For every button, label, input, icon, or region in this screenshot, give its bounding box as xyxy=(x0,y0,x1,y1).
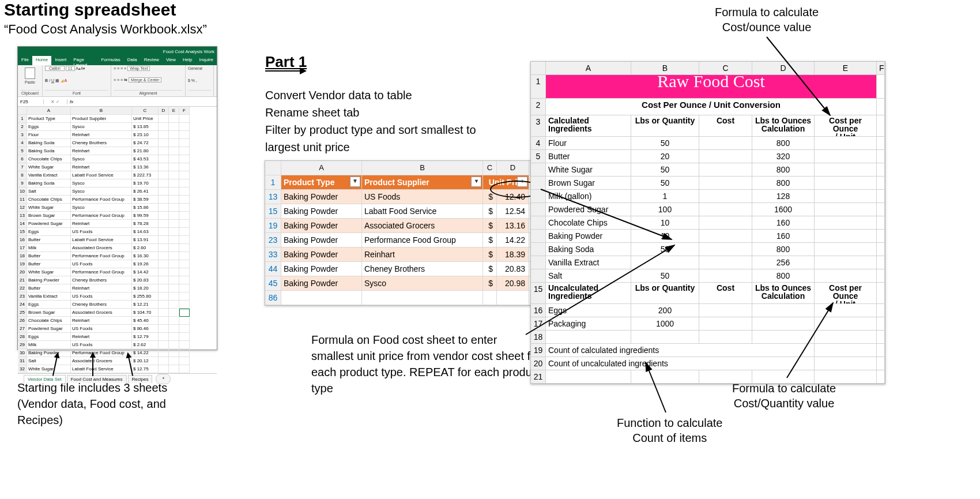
caption-food-cost-formula: Formula on Food cost sheet to enter smal… xyxy=(311,332,542,396)
font-size-select[interactable]: 11 xyxy=(66,66,75,71)
sheet-tab[interactable]: Food Cost and Measures xyxy=(67,375,127,383)
ribbon-tab[interactable]: Page Layout xyxy=(70,56,97,65)
alignment-group-label: Alignment xyxy=(114,90,183,95)
filter-dropdown-icon[interactable]: ▾ xyxy=(471,177,481,187)
window-title: Food Cost Analysis Work xyxy=(163,49,214,54)
increase-font-icon[interactable]: A▴ xyxy=(76,66,81,70)
align-icons[interactable]: ≡ ≡ ≡ ≡ xyxy=(114,66,126,70)
ribbon-tab[interactable]: Help xyxy=(179,56,195,65)
arrow-up-icon xyxy=(92,353,93,376)
ribbon: Paste Clipboard Calibri 11 A▴A▾ B I U ▦ … xyxy=(18,65,217,97)
decrease-font-icon[interactable]: A▾ xyxy=(81,66,86,70)
worksheet-grid[interactable]: ABCDEF1Product TypeProduct SupplierUnit … xyxy=(18,107,217,373)
sheet-tab[interactable]: Vendor Data Set xyxy=(24,375,66,384)
number-format-select[interactable]: General xyxy=(188,66,211,70)
sheet-title: Raw Food Cost xyxy=(546,75,877,99)
merge-center-button[interactable]: Merge & Center xyxy=(129,77,161,82)
fill-color-button[interactable]: ◢ xyxy=(61,78,63,82)
add-sheet-button[interactable]: + xyxy=(156,374,171,384)
caption-three-sheets: Starting file includes 3 sheets (Vendor … xyxy=(17,380,190,428)
name-box[interactable]: F25 xyxy=(18,99,44,104)
sheet-tab-bar[interactable]: Vendor Data SetFood Cost and MeasuresRec… xyxy=(18,373,217,384)
bold-button[interactable]: B xyxy=(45,78,48,82)
border-button[interactable]: ▦ xyxy=(55,78,61,82)
align-icons-2[interactable]: ≡ ≡ ≡ ⇆ xyxy=(114,78,127,82)
filtered-table-grid[interactable]: ABCD1Product Type▼Product Supplier▾Unit … xyxy=(265,161,537,305)
raw-food-cost-grid[interactable]: ABCDEF1Raw Food Cost2Cost Per Ounce / Un… xyxy=(531,62,885,384)
caption-cost-per-ounce: Formula to calculate Cost/ounce value xyxy=(715,5,819,35)
instructions-text: Convert Vendor data to table Rename shee… xyxy=(265,87,484,156)
paste-icon[interactable] xyxy=(25,67,35,79)
raw-food-cost-sheet: ABCDEF1Raw Food Cost2Cost Per Ounce / Un… xyxy=(530,61,885,384)
ribbon-tab[interactable]: Data xyxy=(124,56,141,65)
wrap-text-button[interactable]: Wrap Text xyxy=(127,66,150,71)
ribbon-tab[interactable]: Home xyxy=(32,56,51,65)
sheet-subtitle: Cost Per Ounce / Unit Conversion xyxy=(546,99,877,115)
filename-caption: “Food Cost Analysis Workbook.xlsx” xyxy=(4,22,207,37)
ribbon-tab[interactable]: Formulas xyxy=(97,56,123,65)
font-color-button[interactable]: A xyxy=(64,78,67,82)
formula-bar-ops[interactable]: ✕ ✓ xyxy=(44,99,67,104)
excel-window-thumbnail: Food Cost Analysis Work FileHomeInsertPa… xyxy=(17,46,217,350)
filtered-vendor-table: ABCD1Product Type▼Product Supplier▾Unit … xyxy=(265,160,538,306)
font-family-select[interactable]: Calibri xyxy=(45,66,65,71)
arrow-right-icon xyxy=(265,70,306,72)
count-label: Count of calculated ingredients xyxy=(546,344,815,357)
page-title: Starting spreadsheet xyxy=(4,0,176,20)
ribbon-tab[interactable]: File xyxy=(18,56,32,65)
ribbon-tabs[interactable]: FileHomeInsertPage LayoutFormulasDataRev… xyxy=(18,56,217,65)
ribbon-tab[interactable]: View xyxy=(163,56,179,65)
window-titlebar: Food Cost Analysis Work xyxy=(18,47,217,56)
caption-count-function: Function to calculate Count of items xyxy=(617,415,722,445)
filter-dropdown-icon[interactable]: ▼ xyxy=(350,177,360,187)
clipboard-group-label: Clipboard xyxy=(20,90,40,95)
ribbon-tab[interactable]: Review xyxy=(141,56,163,65)
ribbon-tab[interactable]: Insert xyxy=(51,56,70,65)
sheet-tab[interactable]: Recipes xyxy=(128,375,153,383)
fx-label: fx xyxy=(67,99,73,104)
paste-label: Paste xyxy=(20,80,40,84)
caption-cost-quantity: Formula to calculate Cost/Quantity value xyxy=(732,381,836,411)
ribbon-tab[interactable]: Inquire xyxy=(196,56,217,65)
count-label: Count of uncalculated ingredients xyxy=(546,357,815,370)
underline-button[interactable]: U xyxy=(51,78,54,82)
formula-bar[interactable]: F25 ✕ ✓ fx xyxy=(18,97,217,107)
font-group-label: Font xyxy=(45,90,108,95)
